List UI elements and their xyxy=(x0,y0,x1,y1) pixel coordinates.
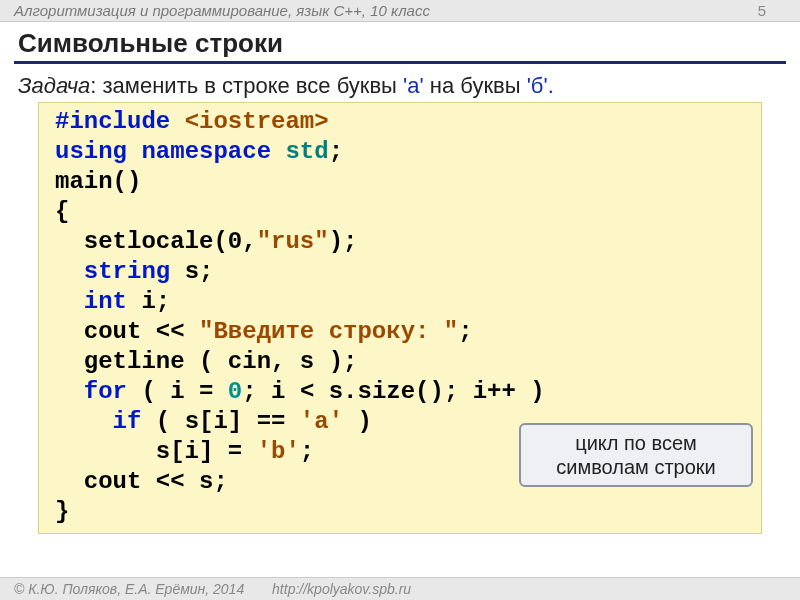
code-line: i; xyxy=(127,288,170,315)
code-line: cout << xyxy=(55,318,199,345)
code-punct: ; xyxy=(458,318,472,345)
task-label: Задача xyxy=(18,73,90,98)
footer-link[interactable]: http://kpolyakov.spb.ru xyxy=(272,581,411,597)
code-line: ; i < s.size(); i++ ) xyxy=(242,378,544,405)
code-kw: #include xyxy=(55,108,185,135)
slide-title: Символьные строки xyxy=(0,22,800,61)
code-block: #include <iostream> using namespace std;… xyxy=(38,102,762,534)
code-indent xyxy=(55,288,84,315)
code-indent xyxy=(55,408,113,435)
code-include: <iostream> xyxy=(185,108,329,135)
code-line: ( i = xyxy=(127,378,228,405)
slide: Алгоритмизация и программирование, язык … xyxy=(0,0,800,600)
code-indent xyxy=(55,258,84,285)
code-punct: ; xyxy=(329,138,343,165)
code-kw: int xyxy=(84,288,127,315)
code-kw: string xyxy=(84,258,170,285)
footer-bar: © К.Ю. Поляков, Е.А. Ерёмин, 2014 http:/… xyxy=(0,577,800,600)
code-line: ) xyxy=(343,408,372,435)
callout-box: цикл по всем символам строки xyxy=(519,423,753,487)
code-char: 'a' xyxy=(300,408,343,435)
code-num: 0 xyxy=(228,378,242,405)
code-line: setlocale(0, xyxy=(55,228,257,255)
task-text: Задача: заменить в строке все буквы 'а' … xyxy=(0,72,800,102)
code-line: cout << s; xyxy=(55,468,228,495)
code-kw: for xyxy=(84,378,127,405)
code-indent xyxy=(55,378,84,405)
code-str: "rus" xyxy=(257,228,329,255)
header-bar: Алгоритмизация и программирование, язык … xyxy=(0,0,800,22)
code-punct: ; xyxy=(300,438,314,465)
code-char: 'b' xyxy=(257,438,300,465)
code-line: { xyxy=(55,198,69,225)
code-line: main() xyxy=(55,168,141,195)
code-line: getline ( cin, s ); xyxy=(55,348,357,375)
code-line: } xyxy=(55,498,69,525)
code-id: std xyxy=(285,138,328,165)
footer-copyright: © К.Ю. Поляков, Е.А. Ерёмин, 2014 xyxy=(14,581,244,597)
task-lit-a: 'а' xyxy=(403,73,424,98)
task-body1: : заменить в строке все буквы xyxy=(90,73,403,98)
page-number: 5 xyxy=(758,2,786,19)
course-title: Алгоритмизация и программирование, язык … xyxy=(14,2,430,19)
code-kw: using xyxy=(55,138,141,165)
code-line: s; xyxy=(170,258,213,285)
task-body2: на буквы xyxy=(424,73,527,98)
code-line: s[i] = xyxy=(55,438,257,465)
code-line: ( s[i] == xyxy=(141,408,299,435)
code-str: "Введите строку: " xyxy=(199,318,458,345)
title-underline xyxy=(14,61,786,64)
code-punct: ); xyxy=(329,228,358,255)
code-kw: if xyxy=(113,408,142,435)
code-kw: namespace xyxy=(141,138,285,165)
task-lit-b: 'б'. xyxy=(527,73,554,98)
